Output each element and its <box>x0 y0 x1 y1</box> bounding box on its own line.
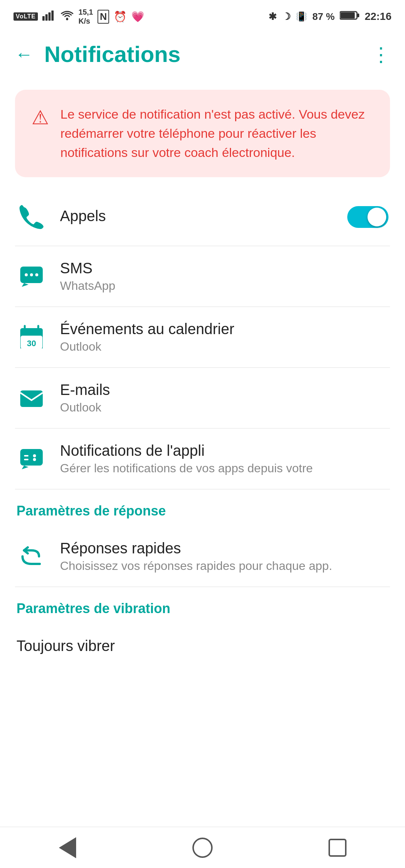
section-header-response: Paramètres de réponse <box>0 490 405 526</box>
time-display: 22:16 <box>364 11 392 23</box>
appnotifs-text: Notifications de l'appli Gérer les notif… <box>60 442 388 475</box>
events-text: Événements au calendrier Outlook <box>60 321 388 354</box>
nfc-icon: N <box>98 10 109 24</box>
appnotif-icon <box>16 444 46 474</box>
alwaysvibrate-text: Toujours vibrer <box>16 637 388 657</box>
svg-point-4 <box>66 18 68 20</box>
events-subtitle: Outlook <box>60 340 388 354</box>
quickreply-title: Réponses rapides <box>60 540 388 557</box>
svg-rect-7 <box>357 14 359 17</box>
svg-rect-19 <box>20 390 43 407</box>
wifi-icon <box>60 10 74 23</box>
svg-rect-20 <box>20 449 43 466</box>
battery-icon <box>340 10 359 23</box>
svg-point-11 <box>35 273 38 276</box>
sms-subtitle: WhatsApp <box>60 279 388 293</box>
appnotifs-title: Notifications de l'appli <box>60 442 388 459</box>
back-button[interactable]: ← <box>15 45 33 63</box>
appels-toggle-knob <box>368 208 386 226</box>
recent-nav-icon <box>328 839 346 857</box>
bluetooth-icon: ✱ <box>268 11 277 23</box>
moon-icon: ☽ <box>282 11 291 23</box>
section-header-vibration: Paramètres de vibration <box>0 587 405 624</box>
status-bar: VoLTE 15,1K/s N ⏰ 💗 ✱ ☽ 📳 87 % <box>0 0 405 30</box>
sms-icon <box>16 261 46 291</box>
svg-point-24 <box>33 458 36 461</box>
status-left: VoLTE 15,1K/s N ⏰ 💗 <box>14 8 144 26</box>
volte-badge: VoLTE <box>14 12 38 21</box>
list-item-appnotifs[interactable]: Notifications de l'appli Gérer les notif… <box>0 429 405 489</box>
sms-title: SMS <box>60 260 388 277</box>
more-options-button[interactable]: ⋮ <box>371 43 390 66</box>
page-title: Notifications <box>44 41 371 67</box>
signal-icon <box>42 10 56 23</box>
battery-pct: 87 % <box>312 11 334 23</box>
warning-text: Le service de notification n'est pas act… <box>60 105 374 162</box>
svg-rect-6 <box>340 12 355 18</box>
emails-title: E-mails <box>60 381 388 398</box>
svg-rect-3 <box>51 11 54 21</box>
list-item-appels[interactable]: Appels <box>0 188 405 246</box>
email-icon <box>16 383 46 413</box>
speed-text: 15,1K/s <box>78 8 93 26</box>
alarm-icon: ⏰ <box>114 11 127 23</box>
svg-rect-0 <box>42 16 45 21</box>
back-nav-icon <box>59 837 76 858</box>
appels-text: Appels <box>60 208 341 227</box>
svg-point-9 <box>25 273 28 276</box>
list-item-events[interactable]: 30 Événements au calendrier Outlook <box>0 307 405 367</box>
warning-icon: ⚠ <box>32 106 49 129</box>
quickreply-text: Réponses rapides Choisissez vos réponses… <box>60 540 388 573</box>
nav-home-button[interactable] <box>189 835 216 861</box>
svg-point-23 <box>33 454 36 457</box>
calendar-icon: 30 <box>16 322 46 352</box>
appels-toggle[interactable] <box>347 206 388 228</box>
status-right: ✱ ☽ 📳 87 % 22:16 <box>268 10 392 23</box>
home-nav-icon <box>192 838 213 858</box>
svg-rect-1 <box>45 14 48 21</box>
appnotifs-subtitle: Gérer les notifications de vos apps depu… <box>60 461 388 475</box>
list-item-emails[interactable]: E-mails Outlook <box>0 368 405 428</box>
reply-icon <box>16 541 46 571</box>
content-area: ⚠ Le service de notification n'est pas a… <box>0 90 405 715</box>
phone-icon <box>16 202 46 232</box>
svg-point-10 <box>30 273 33 276</box>
list-item-alwaysvibrate[interactable]: Toujours vibrer <box>0 624 405 670</box>
svg-rect-2 <box>48 12 51 21</box>
emails-text: E-mails Outlook <box>60 381 388 414</box>
emails-subtitle: Outlook <box>60 401 388 414</box>
nav-recent-button[interactable] <box>324 835 351 861</box>
health-icon: 💗 <box>131 11 144 23</box>
quickreply-subtitle: Choisissez vos réponses rapides pour cha… <box>60 559 388 573</box>
vibrate-icon: 📳 <box>296 11 307 22</box>
list-item-sms[interactable]: SMS WhatsApp <box>0 246 405 306</box>
warning-banner: ⚠ Le service de notification n'est pas a… <box>15 90 390 177</box>
svg-rect-21 <box>24 455 28 457</box>
appels-toggle-switch[interactable] <box>347 206 388 228</box>
appels-title: Appels <box>60 208 341 225</box>
events-title: Événements au calendrier <box>60 321 388 338</box>
bottom-nav <box>0 827 405 868</box>
nav-back-button[interactable] <box>54 835 81 861</box>
svg-text:30: 30 <box>27 339 36 348</box>
list-item-quickreply[interactable]: Réponses rapides Choisissez vos réponses… <box>0 526 405 586</box>
svg-rect-22 <box>24 459 28 460</box>
sms-text: SMS WhatsApp <box>60 260 388 293</box>
alwaysvibrate-title: Toujours vibrer <box>16 637 388 654</box>
header: ← Notifications ⋮ <box>0 30 405 78</box>
